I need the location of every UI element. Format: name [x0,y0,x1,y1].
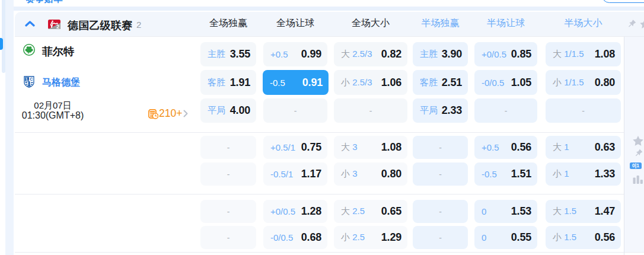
svg-text:1.: 1. [25,77,29,81]
svg-text:2: 2 [56,23,59,28]
svg-text:C: C [30,77,33,81]
